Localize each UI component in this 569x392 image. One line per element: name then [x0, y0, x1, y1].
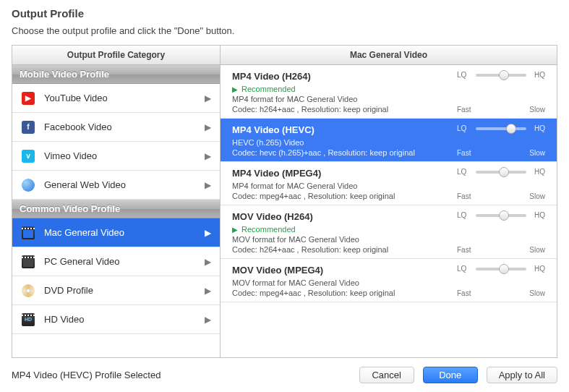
yt-icon: ▶ — [21, 91, 35, 106]
recommended-badge: ▶ Recommended — [232, 225, 457, 234]
done-button[interactable]: Done — [423, 367, 478, 383]
category-item[interactable]: PC General Video▶ — [12, 247, 220, 276]
status-text: MP4 Video (HEVC) Profile Selected — [12, 370, 351, 380]
category-item-label: General Web Video — [44, 179, 205, 190]
clap-icon — [21, 226, 35, 240]
cancel-button[interactable]: Cancel — [359, 367, 414, 383]
slider-track[interactable] — [476, 127, 526, 130]
globe-icon — [21, 178, 35, 192]
vm-icon: v — [21, 149, 35, 163]
category-item[interactable]: vVimeo Video▶ — [12, 142, 220, 171]
chevron-right-icon: ▶ — [205, 257, 211, 267]
fast-label: Fast — [457, 289, 471, 297]
chevron-right-icon: ▶ — [205, 315, 211, 325]
lq-label: LQ — [457, 124, 473, 132]
category-section-header: Mobile Video Profile — [12, 65, 220, 84]
slider-track[interactable] — [476, 171, 526, 174]
format-title: MP4 Video (MPEG4) — [232, 168, 457, 179]
hq-label: HQ — [529, 71, 545, 79]
format-title: MP4 Video (HEVC) — [232, 124, 457, 135]
chevron-right-icon: ▶ — [205, 93, 211, 103]
footer: MP4 Video (HEVC) Profile Selected Cancel… — [0, 358, 569, 392]
format-item[interactable]: MP4 Video (H264)▶ RecommendedMP4 format … — [221, 65, 557, 119]
fast-label: Fast — [457, 246, 471, 254]
category-item[interactable]: fFacebook Video▶ — [12, 113, 220, 142]
format-item[interactable]: MP4 Video (MPEG4)MP4 format for MAC Gene… — [221, 162, 557, 205]
apply-all-button[interactable]: Apply to All — [487, 367, 557, 383]
hq-label: HQ — [529, 124, 545, 132]
speed-labels: FastSlow — [457, 149, 545, 157]
quality-slider[interactable]: LQHQ — [457, 265, 545, 273]
category-item[interactable]: Mac General Video▶ — [12, 218, 220, 247]
speed-labels: FastSlow — [457, 192, 545, 200]
slider-track[interactable] — [476, 74, 526, 77]
format-desc: MP4 format for MAC General Video — [232, 182, 457, 190]
left-column: Output Profile Category Mobile Video Pro… — [12, 46, 221, 357]
format-item[interactable]: MOV Video (H264)▶ RecommendedMOV format … — [221, 205, 557, 259]
chevron-right-icon: ▶ — [205, 228, 211, 238]
format-title: MP4 Video (H264) — [232, 71, 457, 82]
quality-slider[interactable]: LQHQ — [457, 211, 545, 219]
lq-label: LQ — [457, 168, 473, 176]
format-desc: MOV format for MAC General Video — [232, 235, 457, 244]
format-list: MP4 Video (H264)▶ RecommendedMP4 format … — [221, 65, 557, 357]
slider-thumb[interactable] — [499, 210, 509, 221]
dialog-title: Output Profile — [12, 7, 557, 20]
slider-thumb[interactable] — [506, 124, 516, 134]
slider-track[interactable] — [476, 214, 526, 217]
format-item[interactable]: MOV Video (MPEG4)MOV format for MAC Gene… — [221, 259, 557, 302]
slider-track[interactable] — [476, 268, 526, 270]
format-desc: MOV format for MAC General Video — [232, 278, 457, 287]
slow-label: Slow — [529, 192, 545, 200]
format-desc: MP4 format for MAC General Video — [232, 95, 457, 103]
speed-labels: FastSlow — [457, 246, 545, 254]
format-codec: Codec: mpeg4+aac , Resolution: keep orig… — [232, 289, 457, 297]
category-list: Mobile Video Profile▶YouTube Video▶fFace… — [12, 65, 220, 334]
right-column-header: Mac General Video — [221, 46, 557, 65]
format-codec: Codec: hevc (h.265)+aac , Resolution: ke… — [232, 148, 457, 157]
slider-thumb[interactable] — [499, 70, 509, 80]
quality-slider[interactable]: LQHQ — [457, 124, 545, 132]
slow-label: Slow — [529, 246, 545, 254]
fb-icon: f — [21, 120, 35, 135]
right-column: Mac General Video MP4 Video (H264)▶ Reco… — [221, 46, 557, 357]
slider-thumb[interactable] — [499, 167, 509, 177]
fast-label: Fast — [457, 149, 471, 157]
format-item[interactable]: MP4 Video (HEVC)HEVC (h.265) VideoCodec:… — [221, 119, 557, 162]
left-column-header: Output Profile Category — [12, 46, 220, 65]
format-desc: HEVC (h.265) Video — [232, 138, 457, 147]
slow-label: Slow — [529, 289, 545, 297]
category-item[interactable]: General Web Video▶ — [12, 171, 220, 200]
category-item-label: HD Video — [44, 314, 205, 325]
format-codec: Codec: h264+aac , Resolution: keep origi… — [232, 245, 457, 254]
fast-label: Fast — [457, 192, 471, 200]
hq-label: HQ — [529, 265, 545, 273]
disc-icon — [21, 284, 35, 298]
chevron-right-icon: ▶ — [205, 286, 211, 296]
category-item-label: PC General Video — [44, 256, 205, 267]
category-item-label: YouTube Video — [44, 93, 205, 103]
category-item[interactable]: ▶YouTube Video▶ — [12, 84, 220, 113]
chevron-right-icon: ▶ — [205, 180, 211, 190]
dialog-subtitle: Choose the output profile and click the … — [12, 25, 557, 36]
chevron-right-icon: ▶ — [205, 151, 211, 161]
format-title: MOV Video (MPEG4) — [232, 265, 457, 276]
format-title: MOV Video (H264) — [232, 211, 457, 222]
clap-icon — [21, 255, 35, 269]
category-item[interactable]: HD Video▶ — [12, 305, 220, 334]
quality-slider[interactable]: LQHQ — [457, 71, 545, 79]
category-item-label: DVD Profile — [44, 285, 205, 296]
format-codec: Codec: h264+aac , Resolution: keep origi… — [232, 105, 457, 114]
fast-label: Fast — [457, 106, 471, 114]
hq-label: HQ — [529, 168, 545, 176]
quality-slider[interactable]: LQHQ — [457, 168, 545, 176]
slider-thumb[interactable] — [499, 264, 509, 274]
recommended-badge: ▶ Recommended — [232, 85, 457, 93]
lq-label: LQ — [457, 265, 473, 273]
speed-labels: FastSlow — [457, 106, 545, 114]
category-item-label: Facebook Video — [44, 122, 205, 132]
category-item[interactable]: DVD Profile▶ — [12, 276, 220, 305]
chevron-right-icon: ▶ — [205, 122, 211, 132]
slow-label: Slow — [529, 149, 545, 157]
speed-labels: FastSlow — [457, 289, 545, 297]
